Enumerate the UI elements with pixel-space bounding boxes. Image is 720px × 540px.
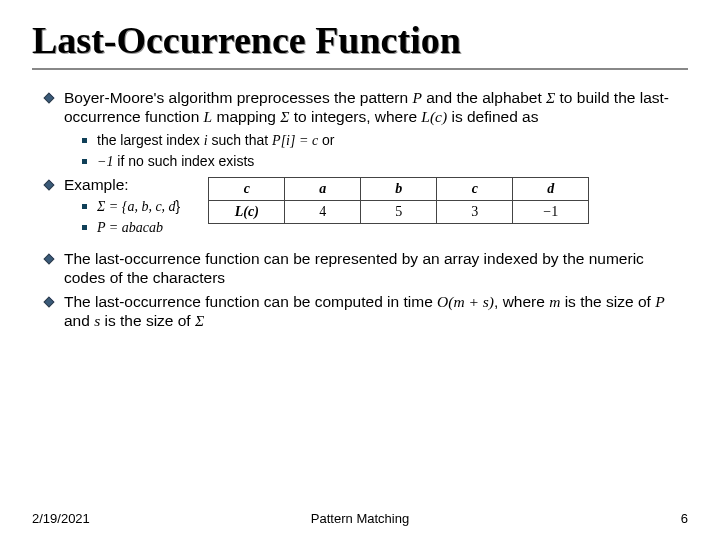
th-c: c — [209, 178, 285, 201]
t: is the size of — [100, 312, 195, 329]
th-d: d — [513, 178, 589, 201]
t: Boyer-Moore's algorithm preprocesses the… — [64, 89, 412, 106]
t: abacab — [122, 220, 163, 235]
subbullet-2: −1 if no such index exists — [82, 152, 678, 171]
sym-sigma: Σ — [280, 108, 289, 125]
example-sigma-text: Σ = {a, b, c, d} — [97, 197, 180, 216]
t: a, b, c, d — [127, 199, 175, 214]
t: mapping — [212, 108, 280, 125]
t: the largest index — [97, 132, 204, 148]
sym-P: P — [412, 89, 421, 106]
svg-rect-0 — [44, 93, 54, 103]
sym-sigma: Σ — [546, 89, 555, 106]
square-icon — [82, 204, 87, 209]
footer-topic: Pattern Matching — [32, 511, 688, 526]
subbullet-1: the largest index i such that P[i] = c o… — [82, 131, 678, 150]
sym-P: P — [655, 293, 664, 310]
square-icon — [82, 138, 87, 143]
t: , where — [494, 293, 549, 310]
td-d: −1 — [513, 201, 589, 224]
th-a: a — [285, 178, 361, 201]
table-row: c a b c d — [209, 178, 589, 201]
t: P = — [97, 220, 122, 235]
example-P: P = abacab — [82, 218, 180, 237]
title-underline — [32, 68, 688, 70]
subbullet-2-text: −1 if no such index exists — [97, 152, 254, 171]
td-c: 3 — [437, 201, 513, 224]
example-sigma: Σ = {a, b, c, d} — [82, 197, 180, 216]
t: Σ = { — [97, 199, 127, 214]
svg-rect-2 — [44, 180, 54, 190]
th-b: b — [361, 178, 437, 201]
sym-neg1: −1 — [97, 154, 113, 169]
t: and the alphabet — [422, 89, 546, 106]
th-c2: c — [437, 178, 513, 201]
t: if no such index exists — [113, 153, 254, 169]
slide-body: Boyer-Moore's algorithm preprocesses the… — [32, 88, 688, 330]
subbullet-1-text: the largest index i such that P[i] = c o… — [97, 131, 334, 150]
bullet-example: Example: Σ = {a, b, c, d} P = abacab c — [42, 175, 678, 239]
t: such that — [208, 132, 273, 148]
sym-Pic: P[i] = c — [272, 133, 318, 148]
sym-sigma: Σ — [195, 312, 204, 329]
diamond-icon — [42, 295, 56, 313]
square-icon — [82, 159, 87, 164]
t: or — [318, 132, 334, 148]
bullet-3-text: The last-occurrence function can be repr… — [64, 249, 678, 288]
bullet-1: Boyer-Moore's algorithm preprocesses the… — [42, 88, 678, 127]
sym-L: L — [204, 108, 213, 125]
t: } — [176, 198, 181, 214]
svg-rect-6 — [44, 297, 54, 307]
example-label: Example: — [64, 175, 180, 194]
diamond-icon — [42, 178, 56, 239]
td-Lc: L(c) — [209, 201, 285, 224]
diamond-icon — [42, 91, 56, 109]
example-P-text: P = abacab — [97, 218, 163, 237]
svg-rect-4 — [44, 254, 54, 264]
td-b: 5 — [361, 201, 437, 224]
bullet-3: The last-occurrence function can be repr… — [42, 249, 678, 288]
sym-Lc: L(c) — [421, 108, 447, 125]
t: is defined as — [447, 108, 538, 125]
slide-title: Last-Occurrence Function — [32, 18, 688, 62]
slide-footer: 2/19/2021 Pattern Matching 6 — [32, 511, 688, 526]
sym-Oms: O(m + s) — [437, 293, 494, 310]
t: is the size of — [560, 293, 655, 310]
last-occurrence-table: c a b c d L(c) 4 5 3 −1 — [208, 177, 589, 224]
bullet-1-text: Boyer-Moore's algorithm preprocesses the… — [64, 88, 678, 127]
diamond-icon — [42, 252, 56, 270]
t: and — [64, 312, 94, 329]
table-row: L(c) 4 5 3 −1 — [209, 201, 589, 224]
t: The last-occurrence function can be comp… — [64, 293, 437, 310]
t: to integers, where — [290, 108, 422, 125]
td-a: 4 — [285, 201, 361, 224]
bullet-4: The last-occurrence function can be comp… — [42, 292, 678, 331]
sym-m: m — [549, 293, 560, 310]
bullet-4-text: The last-occurrence function can be comp… — [64, 292, 678, 331]
square-icon — [82, 225, 87, 230]
